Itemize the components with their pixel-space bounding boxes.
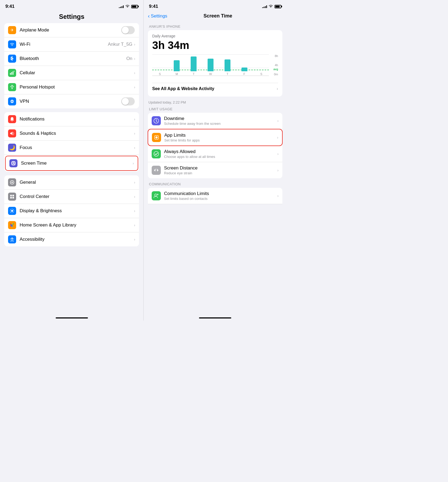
wifi-status-icon-left bbox=[125, 5, 130, 9]
wifi-value: Ankur T_5G bbox=[108, 42, 132, 47]
downtime-row[interactable]: Downtime Schedule time away from the scr… bbox=[148, 113, 282, 129]
screendistance-title: Screen Distance bbox=[164, 165, 277, 171]
battery-icon-left bbox=[131, 5, 138, 8]
settings-row-notifications[interactable]: Notifications › bbox=[4, 112, 139, 126]
alwaysallowed-title: Always Allowed bbox=[164, 149, 277, 154]
usage-chart: avg 8h 4h 0m S M bbox=[152, 54, 278, 81]
focus-icon: 🌙 bbox=[8, 144, 16, 152]
notifications-chevron-icon: › bbox=[134, 117, 135, 121]
settings-row-wifi[interactable]: Wi-Fi Ankur T_5G › bbox=[4, 37, 139, 52]
settings-row-bluetooth[interactable]: ⌂ Bluetooth On › bbox=[4, 52, 139, 66]
settings-title: Settings bbox=[5, 13, 138, 20]
daily-avg-time: 3h 34m bbox=[152, 39, 278, 51]
screendistance-chevron-icon: › bbox=[277, 168, 279, 172]
settings-row-general[interactable]: General › bbox=[4, 175, 139, 190]
hotspot-icon bbox=[8, 83, 16, 91]
vpn-label: VPN bbox=[20, 99, 121, 104]
daily-avg-card: Daily Average 3h 34m avg 8h 4h 0m bbox=[148, 30, 282, 97]
status-bar-right: 9:41 bbox=[144, 0, 287, 11]
alwaysallowed-chevron-icon: › bbox=[277, 152, 279, 156]
bar-f: F bbox=[237, 54, 252, 76]
controlcenter-icon bbox=[8, 193, 16, 201]
wifi-label: Wi-Fi bbox=[20, 42, 108, 47]
commlimits-icon bbox=[152, 191, 161, 200]
general-icon bbox=[8, 178, 16, 186]
home-indicator-left bbox=[56, 317, 88, 318]
svg-rect-12 bbox=[10, 197, 12, 199]
bar-w: W bbox=[203, 54, 218, 76]
settings-row-sounds[interactable]: Sounds & Haptics › bbox=[4, 126, 139, 141]
svg-point-20 bbox=[13, 225, 14, 226]
screendistance-icon bbox=[152, 166, 161, 175]
chart-bars-area: S M T W bbox=[152, 54, 269, 76]
accessibility-chevron-icon: › bbox=[134, 237, 135, 242]
status-icons-left bbox=[119, 5, 138, 9]
bar-m: M bbox=[169, 54, 184, 76]
back-chevron-icon: ‹ bbox=[148, 13, 150, 19]
svg-point-23 bbox=[12, 238, 13, 239]
wifi-status-icon-right bbox=[269, 5, 273, 9]
updated-label: Updated today, 2:22 PM bbox=[148, 100, 282, 104]
settings-row-focus[interactable]: 🌙 Focus › bbox=[4, 141, 139, 155]
settings-row-airplane[interactable]: ✈ Airplane Mode bbox=[4, 23, 139, 37]
svg-point-22 bbox=[12, 226, 13, 227]
home-indicator-right bbox=[199, 317, 231, 318]
settings-row-accessibility[interactable]: Accessibility › bbox=[4, 232, 139, 246]
see-all-label: See All App & Website Activity bbox=[152, 86, 214, 91]
communication-group: Communication Limits Set limits based on… bbox=[148, 188, 282, 204]
bluetooth-icon: ⌂ bbox=[8, 55, 16, 63]
general-label: General bbox=[20, 180, 134, 185]
settings-row-cellular[interactable]: Cellular › bbox=[4, 66, 139, 80]
general-chevron-icon: › bbox=[134, 180, 135, 185]
applimits-subtitle: Set time limits for apps bbox=[164, 138, 277, 142]
airplane-toggle[interactable] bbox=[121, 26, 135, 34]
applimits-row[interactable]: App Limits Set time limits for apps › bbox=[148, 129, 283, 146]
bluetooth-label: Bluetooth bbox=[20, 56, 126, 61]
display-icon bbox=[8, 207, 16, 215]
alwaysallowed-row[interactable]: Always Allowed Choose apps to allow at a… bbox=[148, 146, 282, 162]
settings-row-screentime[interactable]: Screen Time › bbox=[5, 156, 138, 171]
communication-header: COMMUNICATION bbox=[149, 182, 282, 186]
settings-row-vpn[interactable]: VPN bbox=[4, 94, 139, 108]
svg-point-14 bbox=[11, 210, 13, 212]
svg-rect-10 bbox=[10, 195, 12, 196]
alwaysallowed-icon bbox=[152, 149, 161, 158]
cellular-label: Cellular bbox=[20, 70, 134, 76]
sounds-label: Sounds & Haptics bbox=[20, 131, 134, 136]
hotspot-chevron-icon: › bbox=[134, 85, 135, 89]
settings-row-display[interactable]: Display & Brightness › bbox=[4, 204, 139, 218]
settings-group-system: Notifications › Sounds & Haptics › 🌙 bbox=[4, 112, 139, 172]
screentime-chevron-icon: › bbox=[133, 161, 134, 165]
downtime-subtitle: Schedule time away from the screen bbox=[164, 122, 277, 126]
vpn-toggle[interactable] bbox=[121, 97, 135, 105]
svg-rect-0 bbox=[10, 73, 11, 75]
accessibility-icon bbox=[8, 235, 16, 243]
bluetooth-value: On bbox=[126, 56, 133, 61]
screentime-label: Screen Time bbox=[21, 161, 133, 166]
svg-rect-13 bbox=[12, 197, 14, 199]
notifications-label: Notifications bbox=[20, 116, 134, 122]
sounds-icon bbox=[8, 129, 16, 137]
screen-time-content: ANKUR'S IPHONE Daily Average 3h 34m avg … bbox=[144, 22, 287, 315]
settings-row-hotspot[interactable]: Personal Hotspot › bbox=[4, 80, 139, 94]
svg-point-27 bbox=[154, 151, 159, 156]
airplane-label: Airplane Mode bbox=[20, 27, 121, 33]
commlimits-subtitle: Set limits based on contacts bbox=[164, 197, 277, 201]
status-time-left: 9:41 bbox=[5, 4, 15, 9]
applimits-icon bbox=[152, 133, 161, 142]
downtime-title: Downtime bbox=[164, 116, 277, 121]
svg-point-28 bbox=[155, 194, 157, 196]
accessibility-label: Accessibility bbox=[20, 237, 134, 242]
svg-point-9 bbox=[12, 182, 13, 183]
screendistance-row[interactable]: Screen Distance Reduce eye strain › bbox=[148, 162, 282, 178]
svg-rect-11 bbox=[12, 195, 14, 196]
settings-row-controlcenter[interactable]: Control Center › bbox=[4, 190, 139, 204]
see-all-activity-row[interactable]: See All App & Website Activity › bbox=[152, 83, 278, 92]
airplane-mode-icon: ✈ bbox=[8, 26, 16, 34]
settings-content: ✈ Airplane Mode Wi-Fi Ankur T_5G bbox=[0, 23, 143, 315]
commlimits-row[interactable]: Communication Limits Set limits based on… bbox=[148, 188, 282, 204]
display-label: Display & Brightness bbox=[20, 208, 134, 214]
daily-avg-label: Daily Average bbox=[152, 34, 278, 38]
settings-row-homescreen[interactable]: Home Screen & App Library › bbox=[4, 218, 139, 232]
back-button[interactable]: ‹ Settings bbox=[148, 13, 167, 19]
